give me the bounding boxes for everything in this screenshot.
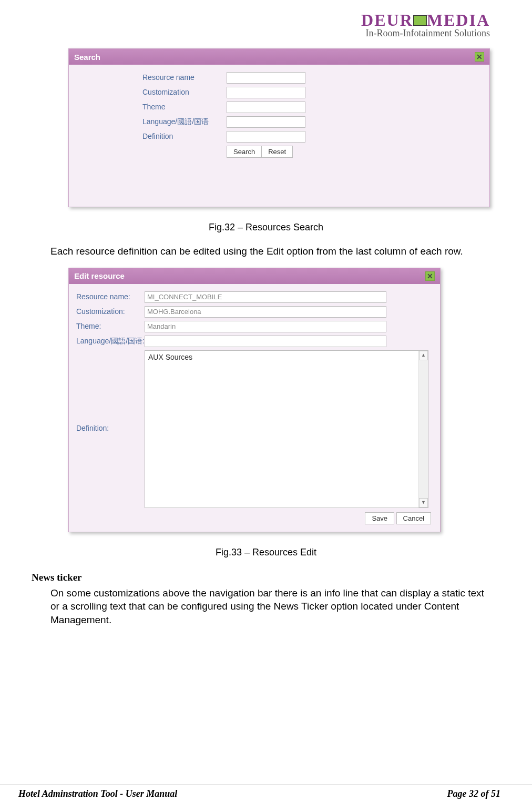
figure-caption-33: Fig.33 – Resources Edit bbox=[32, 547, 500, 558]
edit-language-label: Language/國語/国语: bbox=[76, 336, 145, 346]
theme-label: Theme bbox=[142, 102, 227, 111]
customization-label: Customization bbox=[142, 87, 227, 96]
edit-definition-textarea[interactable]: AUX Sources ▲ ▼ bbox=[145, 350, 428, 508]
edit-resource-name-label: Resource name: bbox=[76, 291, 145, 301]
edit-resource-panel: Edit resource ✕ Resource name: Customiza… bbox=[68, 268, 441, 532]
edit-panel-title: Edit resource bbox=[74, 271, 125, 280]
close-icon[interactable]: ✕ bbox=[425, 271, 435, 281]
reset-button[interactable]: Reset bbox=[261, 146, 293, 158]
cancel-button[interactable]: Cancel bbox=[396, 512, 431, 524]
figure-caption-32: Fig.32 – Resources Search bbox=[32, 222, 500, 233]
edit-definition-label: Definition: bbox=[76, 350, 145, 432]
page-footer: Hotel Adminstration Tool - User Manual P… bbox=[0, 785, 532, 799]
scroll-down-icon[interactable]: ▼ bbox=[419, 498, 428, 508]
search-panel-header: Search ✕ bbox=[69, 49, 489, 65]
close-icon[interactable]: ✕ bbox=[475, 52, 484, 62]
footer-left: Hotel Adminstration Tool - User Manual bbox=[18, 788, 177, 799]
customization-input[interactable] bbox=[227, 87, 305, 98]
save-button[interactable]: Save bbox=[365, 512, 394, 524]
language-label: Language/國語/国语 bbox=[142, 116, 227, 127]
edit-theme-input[interactable] bbox=[145, 321, 386, 332]
search-panel: Search ✕ Resource name Customization The… bbox=[68, 48, 490, 207]
edit-resource-name-input[interactable] bbox=[145, 291, 386, 303]
resource-name-input[interactable] bbox=[227, 72, 305, 84]
news-ticker-heading: News ticker bbox=[32, 572, 500, 583]
scrollbar[interactable]: ▲ ▼ bbox=[418, 351, 428, 508]
edit-customization-input[interactable] bbox=[145, 306, 386, 318]
definition-input[interactable] bbox=[227, 131, 305, 143]
footer-right: Page 32 of 51 bbox=[447, 788, 500, 799]
edit-definition-text: AUX Sources bbox=[145, 351, 418, 508]
resource-name-label: Resource name bbox=[142, 72, 227, 82]
brand-header: DEURMEDIA In-Room-Infotainment Solutions bbox=[32, 11, 490, 39]
definition-label: Definition bbox=[142, 131, 227, 140]
search-button[interactable]: Search bbox=[227, 146, 262, 158]
edit-panel-header: Edit resource ✕ bbox=[69, 268, 440, 284]
language-input[interactable] bbox=[227, 116, 305, 128]
search-panel-title: Search bbox=[74, 53, 100, 62]
paragraph-1: Each resource definition can be edited u… bbox=[50, 245, 490, 258]
paragraph-2: On some customizations above the navigat… bbox=[50, 586, 490, 627]
edit-language-input[interactable] bbox=[145, 336, 386, 347]
brand-tagline: In-Room-Infotainment Solutions bbox=[32, 28, 490, 39]
scroll-up-icon[interactable]: ▲ bbox=[419, 351, 428, 360]
brand-name-part2: MEDIA bbox=[427, 11, 490, 29]
logo-square-icon bbox=[413, 15, 427, 26]
theme-input[interactable] bbox=[227, 102, 305, 113]
edit-theme-label: Theme: bbox=[76, 321, 145, 330]
brand-name-part1: DEUR bbox=[361, 11, 413, 29]
edit-customization-label: Customization: bbox=[76, 306, 145, 316]
